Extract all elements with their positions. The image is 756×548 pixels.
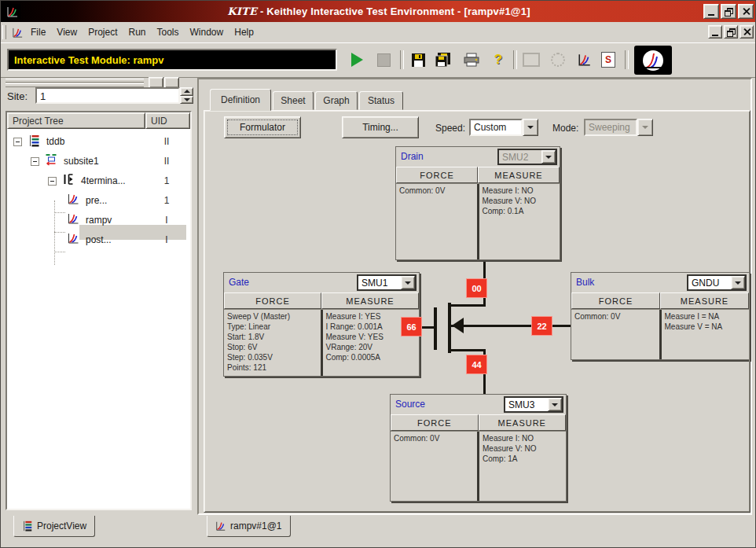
drain-pin-badge: 00 [467,279,486,297]
tree-uid: 1 [149,195,185,206]
device-icon [62,173,75,186]
close-button[interactable] [738,4,754,19]
up-arrow-icon [184,90,190,93]
restore-icon [725,8,732,15]
stop-icon [377,53,391,67]
switch-matrix-button[interactable] [519,49,543,71]
project-tree-panel: Project Tree UID tddb II [6,111,192,510]
toolbar-separator [513,50,517,69]
definition-panel [204,110,750,513]
menu-run[interactable]: Run [123,24,152,40]
toolbar-separator [400,50,404,69]
save-all-icon [435,52,452,68]
menu-view[interactable]: View [51,24,83,40]
help-button[interactable] [486,49,510,71]
stop-button[interactable] [372,49,395,71]
print-icon [463,53,480,67]
window-controls [703,4,754,19]
collapse-icon[interactable] [48,177,57,186]
sidebar-mini-button-2[interactable] [164,77,179,88]
down-arrow-icon [184,98,190,101]
site-input[interactable]: 1 [35,87,180,104]
menu-help[interactable]: Help [229,24,259,40]
close-icon [743,8,750,15]
tree-label[interactable]: pre... [86,195,107,206]
menu-tools[interactable]: Tools [152,24,185,40]
menu-bar: File View Project Run Tools Window Help [1,22,756,43]
rampv-tab-label: rampv#1@1 [230,520,282,531]
probe-station-button[interactable] [546,49,570,71]
kite-logo-button[interactable] [634,46,672,75]
tree-uid: II [149,136,185,147]
print-button[interactable] [460,49,483,71]
tree-label[interactable]: post... [86,234,112,245]
kite-logo-text: KITE [227,6,257,17]
tree-label[interactable]: tddb [46,136,64,147]
child-restore-button[interactable] [724,25,738,39]
menu-window[interactable]: Window [185,24,229,40]
window-title-text: - Keithley Interactive Test Environment … [260,6,530,17]
tree-header-name[interactable]: Project Tree [7,112,145,129]
module-status-box: Interactive Test Module: rampv [7,49,337,71]
minimize-button[interactable] [703,4,719,19]
menu-project[interactable]: Project [83,24,123,40]
test-icon [67,232,80,245]
child-window-controls [708,25,754,39]
document-icon[interactable] [9,27,25,39]
probe-station-icon [551,53,565,67]
collapse-icon[interactable] [13,138,22,146]
gate-pin-badge: 66 [402,318,421,336]
project-icon [28,134,41,147]
module-status-label: Interactive Test Module: rampv [14,54,163,66]
sheet-tool-button[interactable] [596,49,620,71]
tab-status[interactable]: Status [359,91,403,110]
subsite-icon [45,153,58,166]
tree-uid: I [149,234,185,245]
tab-graph[interactable]: Graph [315,91,358,110]
tree-connector [54,232,65,234]
restore-button[interactable] [721,4,736,19]
sidebar-mini-button-1[interactable] [149,77,163,88]
graph-tool-icon [578,53,592,67]
kite-application-window: KITE - Keithley Interactive Test Environ… [0,0,756,548]
menu-grip[interactable] [2,25,6,39]
switch-matrix-icon [523,53,540,67]
menu-file[interactable]: File [25,24,51,40]
test-icon [67,193,80,205]
save-button[interactable] [406,49,430,71]
tab-definition[interactable]: Definition [210,89,271,111]
minimize-icon [708,8,714,16]
child-close-button[interactable] [739,25,754,39]
run-button[interactable] [345,49,369,71]
tree-header-uid[interactable]: UID [145,112,190,129]
child-minimize-icon [712,28,718,36]
tab-rampv-document[interactable]: rampv#1@1 [207,516,291,537]
collapse-icon[interactable] [31,157,39,166]
sheet-tool-icon [601,52,615,68]
tree-header: Project Tree UID [7,112,190,129]
tab-sheet[interactable]: Sheet [273,91,314,110]
tab-project-view[interactable]: ProjectView [13,516,95,537]
bulk-pin-badge: 22 [532,317,552,335]
tree-connector [54,252,65,253]
test-icon [215,520,226,531]
tree-label-selected[interactable]: rampv [86,215,112,226]
tree-uid: II [149,156,185,167]
tree-uid: I [149,215,185,226]
run-icon [351,53,363,67]
save-icon [411,53,426,68]
tree-label[interactable]: 4termina... [81,175,126,186]
child-restore-icon [727,28,735,35]
site-spinner-down[interactable] [180,96,193,105]
tree-connector [54,212,65,214]
site-spinner-up[interactable] [180,87,193,96]
tree-label[interactable]: subsite1 [64,156,99,167]
toolbar: Interactive Test Module: rampv [1,42,756,78]
save-all-button[interactable] [431,49,455,71]
sidebar-grip[interactable] [6,79,144,83]
site-spinner [180,87,193,104]
child-minimize-button[interactable] [708,25,722,39]
project-view-tab-label: ProjectView [37,520,86,531]
graph-tool-button[interactable] [573,49,596,71]
source-pin-badge: 44 [467,355,486,373]
